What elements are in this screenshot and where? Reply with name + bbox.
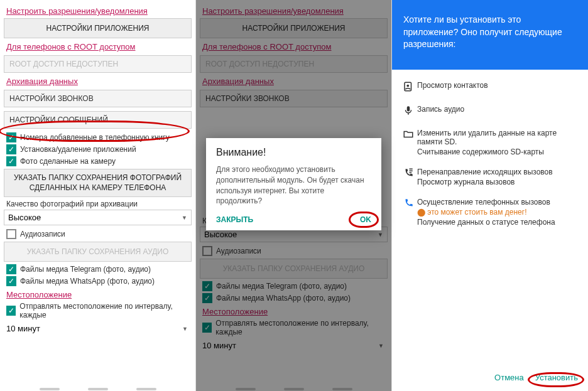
panel-middle: Настроить разрешения/уведомления НАСТРОЙ… bbox=[196, 0, 392, 391]
select-value: 10 минут bbox=[202, 341, 236, 350]
phone-icon bbox=[400, 198, 417, 212]
audio-folder-button: УКАЗАТЬ ПАПКУ СОХРАНЕНИЯ АУДИО bbox=[200, 259, 388, 279]
quality-label: Качество фотографий при архивации bbox=[6, 200, 189, 208]
checkbox-icon: ✓ bbox=[6, 144, 16, 154]
chevron-down-icon: ▼ bbox=[182, 215, 187, 221]
dialog-ok-button[interactable]: OK bbox=[360, 215, 371, 224]
app-settings-button[interactable]: НАСТРОЙКИ ПРИЛОЖЕНИЯ bbox=[4, 18, 192, 38]
check-label: Аудиозаписи bbox=[216, 247, 261, 255]
check-label: Файлы медиа Telegram (фото, аудио) bbox=[216, 282, 347, 291]
nav-bar bbox=[196, 388, 391, 390]
folder-icon bbox=[400, 129, 417, 142]
check-label: Номера добавленные в телефонную книгу bbox=[20, 133, 170, 142]
audio-folder-button: УКАЗАТЬ ПАПКУ СОХРАНЕНИЯ АУДИО bbox=[4, 242, 192, 262]
check-label: Файлы медиа Telegram (фото, аудио) bbox=[20, 265, 151, 274]
checkbox-icon bbox=[6, 229, 16, 239]
quality-select[interactable]: Высокое ▼ bbox=[4, 210, 192, 225]
permissions-list: Просмотр контактов Запись аудио Изменить… bbox=[392, 70, 588, 367]
svg-rect-2 bbox=[407, 106, 410, 111]
checkbox-icon: ✓ bbox=[6, 132, 16, 142]
check-label: Установка/удаление приложений bbox=[20, 145, 136, 154]
root-status-box: ROOT ДОСТУП НЕДОСТУПЕН bbox=[4, 55, 192, 73]
microphone-icon bbox=[400, 105, 417, 119]
permissions-title: Настроить разрешения/уведомления bbox=[6, 6, 189, 16]
root-status-box: ROOT ДОСТУП НЕДОСТУПЕН bbox=[200, 55, 388, 73]
calls-settings-box: НАСТРОЙКИ ЗВОНКОВ bbox=[200, 90, 388, 107]
install-actions: Отмена Установить bbox=[392, 367, 588, 391]
check-telegram-row[interactable]: ✓ Файлы медиа Telegram (фото, аудио) bbox=[6, 264, 189, 274]
checkbox-icon: ✓ bbox=[202, 323, 212, 333]
archive-title: Архивация данных bbox=[202, 77, 385, 86]
warning-icon: ⬤ bbox=[417, 208, 425, 217]
check-label: Аудиозаписи bbox=[20, 230, 65, 238]
check-label: Отправлять местоположение по интервалу, … bbox=[215, 319, 385, 336]
check-whatsapp-row: ✓ Файлы медиа WhatsApp (фото, аудио) bbox=[202, 293, 385, 303]
nav-bar bbox=[0, 388, 195, 390]
check-apps-row[interactable]: ✓ Установка/удаление приложений bbox=[6, 144, 189, 154]
checkbox-icon: ✓ bbox=[6, 306, 16, 316]
select-value: Высокое bbox=[204, 230, 237, 239]
check-location-row: ✓ Отправлять местоположение по интервалу… bbox=[202, 319, 385, 336]
select-value: 10 минут bbox=[6, 324, 40, 333]
panel-left: Настроить разрешения/уведомления НАСТРОЙ… bbox=[0, 0, 196, 391]
check-telegram-row: ✓ Файлы медиа Telegram (фото, аудио) bbox=[202, 281, 385, 291]
permissions-title: Настроить разрешения/уведомления bbox=[202, 6, 385, 16]
dialog-close-button[interactable]: ЗАКРЫТЬ bbox=[216, 215, 253, 224]
app-settings-button: НАСТРОЙКИ ПРИЛОЖЕНИЯ bbox=[200, 18, 388, 38]
contacts-icon bbox=[400, 81, 417, 95]
interval-select[interactable]: 10 минут ▼ bbox=[4, 321, 192, 336]
install-button[interactable]: Установить bbox=[535, 373, 578, 382]
dialog-body: Для этого необходимо установить дополнит… bbox=[216, 164, 371, 206]
svg-point-1 bbox=[406, 84, 409, 87]
check-audio-row: Аудиозаписи bbox=[202, 246, 385, 256]
perm-storage: Изменить или удалить данные на карте пам… bbox=[397, 124, 583, 163]
checkbox-icon: ✓ bbox=[202, 281, 212, 291]
archive-title: Архивация данных bbox=[6, 77, 189, 86]
confirm-dialog: Внимание! Для этого необходимо установит… bbox=[206, 138, 381, 230]
chevron-down-icon: ▼ bbox=[182, 326, 188, 332]
cancel-button[interactable]: Отмена bbox=[494, 373, 524, 382]
select-value: Высокое bbox=[8, 213, 41, 222]
checkbox-icon: ✓ bbox=[6, 264, 16, 274]
checkbox-icon: ✓ bbox=[6, 156, 16, 166]
check-label: Файлы медиа WhatsApp (фото, аудио) bbox=[216, 294, 351, 303]
root-title: Для телефонов с ROOT доступом bbox=[6, 42, 189, 51]
checkbox-icon: ✓ bbox=[202, 293, 212, 303]
checkbox-icon: ✓ bbox=[6, 276, 16, 286]
chevron-down-icon: ▼ bbox=[378, 232, 383, 238]
check-label: Фото сделанные на камеру bbox=[20, 157, 116, 166]
check-label: Файлы медиа WhatsApp (фото, аудио) bbox=[20, 277, 155, 286]
dialog-title: Внимание! bbox=[216, 147, 371, 158]
perm-phone: Осуществление телефонных вызовов ⬤ это м… bbox=[397, 193, 583, 233]
install-header: Хотите ли вы установить это приложение? … bbox=[392, 0, 588, 70]
perm-contacts: Просмотр контактов bbox=[397, 76, 583, 100]
cost-warning: ⬤ это может стоить вам денег! bbox=[417, 208, 580, 217]
check-audio-row[interactable]: Аудиозаписи bbox=[6, 229, 189, 239]
photo-folder-button[interactable]: УКАЗАТЬ ПАПКУ СОХРАНЕНИЯ ФОТОГРАФИЙ СДЕЛ… bbox=[4, 169, 192, 197]
messages-settings-box[interactable]: НАСТРОЙКИ СООБЩЕНИЙ bbox=[4, 111, 192, 129]
root-title: Для телефонов с ROOT доступом bbox=[202, 42, 385, 51]
call-log-icon bbox=[400, 168, 417, 181]
check-contacts-row[interactable]: ✓ Номера добавленные в телефонную книгу bbox=[6, 132, 189, 142]
check-label: Отправлять местоположение по интервалу, … bbox=[19, 302, 189, 319]
check-whatsapp-row[interactable]: ✓ Файлы медиа WhatsApp (фото, аудио) bbox=[6, 276, 189, 286]
check-location-row[interactable]: ✓ Отправлять местоположение по интервалу… bbox=[6, 302, 189, 319]
check-photos-row[interactable]: ✓ Фото сделанные на камеру bbox=[6, 156, 189, 166]
chevron-down-icon: ▼ bbox=[378, 343, 384, 349]
checkbox-icon bbox=[202, 246, 212, 256]
location-title: Местоположение bbox=[202, 307, 385, 316]
perm-call-log: Перенаправление исходящих вызовов Просмо… bbox=[397, 163, 583, 193]
location-title: Местоположение bbox=[6, 290, 189, 299]
interval-select: 10 минут ▼ bbox=[200, 338, 388, 353]
calls-settings-box[interactable]: НАСТРОЙКИ ЗВОНКОВ bbox=[4, 90, 192, 107]
perm-audio: Запись аудио bbox=[397, 100, 583, 124]
panel-install: Хотите ли вы установить это приложение? … bbox=[392, 0, 588, 391]
